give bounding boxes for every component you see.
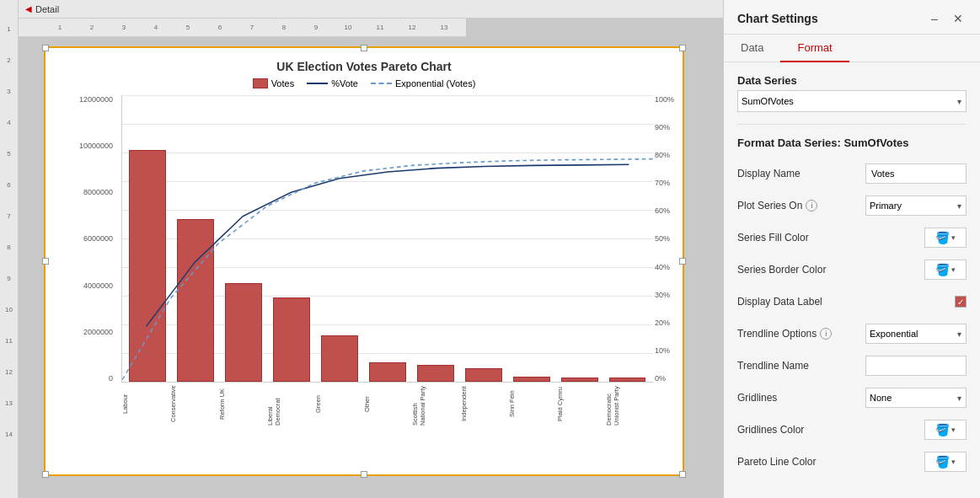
ruler-mark: 1 — [44, 24, 76, 31]
x-label-snp: Scottish National Party — [411, 383, 459, 429]
ruler-mark: 6 — [204, 24, 236, 31]
minimize-button[interactable]: – — [926, 10, 943, 27]
pareto-color-control: 🪣 ▾ — [845, 452, 967, 472]
display-name-label: Display Name — [737, 168, 838, 179]
y-right-label: 100% — [655, 95, 674, 104]
ruler-mark: 3 — [0, 88, 18, 119]
y-right-label: 90% — [655, 123, 670, 131]
display-name-input[interactable] — [865, 163, 967, 184]
y-right-label: 50% — [655, 234, 670, 243]
data-series-label: Data Series — [737, 74, 967, 87]
chart-frame: UK Election Votes Pareto Chart Votes %Vo… — [44, 46, 684, 476]
ruler-mark: 7 — [0, 212, 18, 244]
paint-bucket-icon: 🪣 — [935, 423, 950, 436]
border-color-button[interactable]: 🪣 ▾ — [924, 260, 967, 280]
gridlines-control: None Major Minor Both — [845, 388, 967, 408]
x-label-libdem: Liberal Democrat — [266, 383, 314, 429]
fill-color-button[interactable]: 🪣 ▾ — [924, 228, 967, 248]
divider — [737, 124, 967, 125]
breadcrumb-text: Detail — [35, 0, 59, 19]
pareto-color-button[interactable]: 🪣 ▾ — [924, 452, 967, 472]
x-label-reform: Reform UK — [218, 383, 266, 429]
trendline-info-icon[interactable]: i — [820, 328, 832, 340]
y-axis-right: 100% 90% 80% 70% 60% 50% 40% 30% 20% 10%… — [653, 95, 666, 383]
ruler-mark: 3 — [108, 24, 140, 31]
legend-exp: Exponential (Votes) — [371, 78, 475, 88]
legend-pct-line — [307, 83, 328, 84]
data-label-label: Display Data Label — [737, 296, 838, 308]
panel-tabs: Data Format — [724, 35, 980, 62]
ruler-mark: 13 — [428, 24, 460, 31]
plot-series-info-icon[interactable]: i — [806, 200, 817, 212]
border-color-control: 🪣 ▾ — [845, 260, 967, 280]
tab-format[interactable]: Format — [780, 35, 849, 62]
ruler-mark: 10 — [332, 24, 364, 31]
pareto-svg — [122, 95, 653, 382]
data-label-control: ✓ — [845, 296, 967, 308]
y-label: 12000000 — [79, 95, 113, 104]
chart-content: UK Election Votes Pareto Chart Votes %Vo… — [46, 48, 683, 474]
panel-body: Data Series SumOfVotes Format Data Serie… — [724, 62, 980, 485]
ruler-mark: 14 — [460, 24, 466, 31]
gridlines-select-wrapper[interactable]: None Major Minor Both — [865, 388, 967, 408]
fill-color-row: Series Fill Color 🪣 ▾ — [737, 227, 967, 249]
paint-bucket-icon: 🪣 — [935, 455, 950, 469]
data-series-section: Data Series SumOfVotes — [737, 74, 967, 112]
trendline-name-input[interactable] — [865, 356, 967, 376]
legend-exp-label: Exponential (Votes) — [395, 78, 475, 88]
y-label: 4000000 — [83, 281, 113, 290]
ruler-mark: 8 — [268, 24, 300, 31]
trendline-select-wrapper[interactable]: None Linear Exponential Logarithmic — [865, 324, 967, 344]
trendline-select[interactable]: None Linear Exponential Logarithmic — [865, 324, 967, 344]
legend-votes: Votes — [253, 78, 295, 88]
data-series-select-wrapper[interactable]: SumOfVotes — [737, 90, 967, 112]
gridlines-color-label: Gridlines Color — [737, 424, 838, 436]
ruler-mark: 5 — [172, 24, 204, 31]
panel-title: Chart Settings — [737, 12, 818, 25]
paint-bucket-icon: 🪣 — [935, 231, 950, 244]
gridlines-select[interactable]: None Major Minor Both — [865, 388, 967, 408]
data-label-checkbox[interactable]: ✓ — [955, 296, 967, 308]
paint-bucket-icon: 🪣 — [935, 263, 950, 276]
trendline-control: None Linear Exponential Logarithmic — [845, 324, 967, 344]
plot-series-select[interactable]: Primary Secondary — [865, 195, 967, 216]
ruler-mark: 2 — [76, 24, 108, 31]
y-right-label: 80% — [655, 151, 670, 159]
data-label-row: Display Data Label ✓ — [737, 291, 967, 313]
y-label: 0 — [109, 374, 113, 383]
data-series-select[interactable]: SumOfVotes — [737, 90, 967, 112]
breadcrumb-icon: ◀ — [25, 0, 32, 19]
y-right-label: 20% — [655, 319, 670, 327]
gridlines-color-row: Gridlines Color 🪣 ▾ — [737, 419, 967, 441]
plot-series-row: Plot Series On i Primary Secondary — [737, 195, 967, 217]
chart-plot: 12000000 10000000 8000000 6000000 400000… — [62, 95, 666, 429]
ruler-mark: 6 — [0, 181, 18, 212]
gridlines-color-button[interactable]: 🪣 ▾ — [924, 420, 967, 440]
breadcrumb: ◀ Detail — [19, 0, 723, 19]
legend-exp-line — [371, 83, 392, 84]
y-right-label: 0% — [655, 374, 666, 383]
trendline-name-row: Trendline Name — [737, 355, 967, 377]
y-right-label: 70% — [655, 179, 670, 187]
plot-inner: 9708716 6828925 4117610 — [121, 95, 653, 383]
trendline-row: Trendline Options i None Linear Exponent… — [737, 323, 967, 345]
ruler-mark: 11 — [0, 337, 18, 368]
chart-legend: Votes %Vote Exponential (Votes) — [54, 78, 674, 88]
trendline-label: Trendline Options i — [737, 328, 838, 340]
panel-header-icons: – ✕ — [926, 10, 967, 27]
y-right-label: 60% — [655, 206, 670, 215]
ruler-mark: 11 — [364, 24, 396, 31]
trendline-name-label: Trendline Name — [737, 360, 838, 372]
plot-series-select-wrapper[interactable]: Primary Secondary — [865, 195, 967, 216]
y-label: 6000000 — [83, 234, 113, 243]
tab-data[interactable]: Data — [724, 35, 780, 62]
dropdown-arrow-icon: ▾ — [951, 426, 956, 434]
fill-color-label: Series Fill Color — [737, 232, 838, 244]
y-right-label: 30% — [655, 291, 670, 299]
display-name-control — [845, 163, 967, 184]
ruler-mark: 14 — [0, 431, 18, 462]
y-label: 10000000 — [79, 142, 113, 150]
x-label-other: Other — [363, 383, 411, 429]
close-button[interactable]: ✕ — [950, 10, 967, 27]
ruler-mark: 4 — [0, 119, 18, 150]
